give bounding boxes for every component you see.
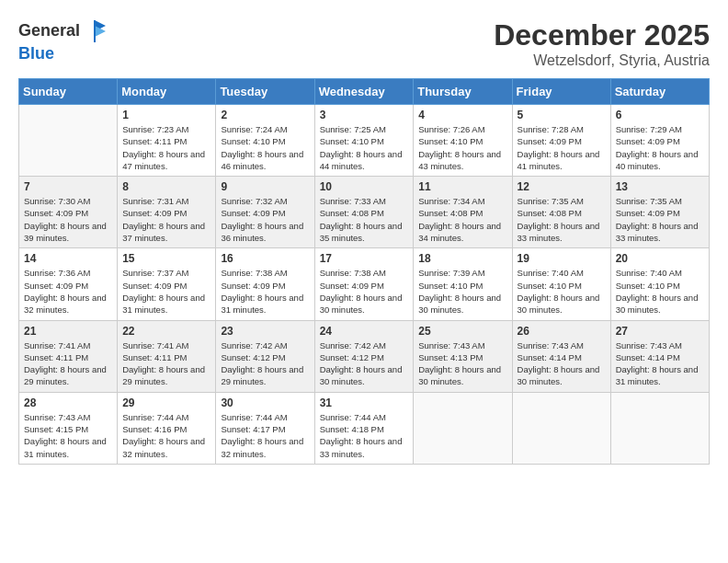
day-number: 18 <box>418 252 506 265</box>
calendar-header-row: SundayMondayTuesdayWednesdayThursdayFrid… <box>19 79 710 105</box>
month-title: December 2025 <box>494 18 710 52</box>
day-info: Sunrise: 7:24 AMSunset: 4:10 PMDaylight:… <box>221 123 309 172</box>
day-number: 9 <box>221 180 309 193</box>
day-info: Sunrise: 7:33 AMSunset: 4:08 PMDaylight:… <box>320 195 409 244</box>
calendar-week-row: 14Sunrise: 7:36 AMSunset: 4:09 PMDayligh… <box>19 248 710 320</box>
calendar-cell: 9Sunrise: 7:32 AMSunset: 4:09 PMDaylight… <box>216 177 314 248</box>
day-number: 26 <box>518 325 606 338</box>
day-info: Sunrise: 7:35 AMSunset: 4:09 PMDaylight:… <box>616 195 704 244</box>
day-number: 23 <box>221 325 309 338</box>
day-info: Sunrise: 7:36 AMSunset: 4:09 PMDaylight:… <box>24 267 112 316</box>
calendar-cell: 20Sunrise: 7:40 AMSunset: 4:10 PMDayligh… <box>610 248 709 320</box>
calendar-cell: 11Sunrise: 7:34 AMSunset: 4:08 PMDayligh… <box>414 177 512 248</box>
day-info: Sunrise: 7:40 AMSunset: 4:10 PMDaylight:… <box>518 267 606 316</box>
page-header: General Blue December 2025 Wetzelsdorf, … <box>18 18 710 69</box>
day-number: 31 <box>320 396 409 409</box>
day-number: 25 <box>418 325 506 338</box>
calendar-cell: 3Sunrise: 7:25 AMSunset: 4:10 PMDaylight… <box>314 105 414 177</box>
day-info: Sunrise: 7:25 AMSunset: 4:10 PMDaylight:… <box>320 123 409 172</box>
day-number: 3 <box>320 109 409 121</box>
day-info: Sunrise: 7:44 AMSunset: 4:18 PMDaylight:… <box>320 411 409 460</box>
day-number: 7 <box>24 180 112 193</box>
calendar-cell <box>610 392 709 464</box>
calendar-cell: 19Sunrise: 7:40 AMSunset: 4:10 PMDayligh… <box>512 248 610 320</box>
day-number: 1 <box>122 109 210 121</box>
calendar-cell: 28Sunrise: 7:43 AMSunset: 4:15 PMDayligh… <box>19 392 118 464</box>
calendar-cell: 29Sunrise: 7:44 AMSunset: 4:16 PMDayligh… <box>118 392 216 464</box>
calendar-cell: 4Sunrise: 7:26 AMSunset: 4:10 PMDaylight… <box>414 105 512 177</box>
day-number: 11 <box>418 180 506 193</box>
day-number: 20 <box>616 252 704 265</box>
col-header-monday: Monday <box>118 79 216 105</box>
day-info: Sunrise: 7:37 AMSunset: 4:09 PMDaylight:… <box>122 267 210 316</box>
calendar-cell: 31Sunrise: 7:44 AMSunset: 4:18 PMDayligh… <box>314 392 414 464</box>
col-header-saturday: Saturday <box>610 79 709 105</box>
day-number: 28 <box>24 396 112 409</box>
day-info: Sunrise: 7:26 AMSunset: 4:10 PMDaylight:… <box>418 123 506 172</box>
day-info: Sunrise: 7:41 AMSunset: 4:11 PMDaylight:… <box>122 339 210 388</box>
day-number: 2 <box>221 109 309 121</box>
col-header-wednesday: Wednesday <box>314 79 414 105</box>
day-info: Sunrise: 7:43 AMSunset: 4:13 PMDaylight:… <box>418 339 506 388</box>
calendar-cell <box>19 105 118 177</box>
calendar-cell <box>414 392 512 464</box>
day-number: 16 <box>221 252 309 265</box>
title-block: December 2025 Wetzelsdorf, Styria, Austr… <box>494 18 710 69</box>
day-info: Sunrise: 7:44 AMSunset: 4:17 PMDaylight:… <box>221 411 309 460</box>
day-info: Sunrise: 7:39 AMSunset: 4:10 PMDaylight:… <box>418 267 506 316</box>
calendar-cell <box>512 392 610 464</box>
day-number: 10 <box>320 180 409 193</box>
calendar-cell: 5Sunrise: 7:28 AMSunset: 4:09 PMDaylight… <box>512 105 610 177</box>
logo: General Blue <box>18 18 108 64</box>
calendar-cell: 21Sunrise: 7:41 AMSunset: 4:11 PMDayligh… <box>19 320 118 392</box>
calendar-cell: 30Sunrise: 7:44 AMSunset: 4:17 PMDayligh… <box>216 392 314 464</box>
day-info: Sunrise: 7:35 AMSunset: 4:08 PMDaylight:… <box>518 195 606 244</box>
day-number: 14 <box>24 252 112 265</box>
day-number: 4 <box>418 109 506 121</box>
day-number: 15 <box>122 252 210 265</box>
day-info: Sunrise: 7:32 AMSunset: 4:09 PMDaylight:… <box>221 195 309 244</box>
logo-flag-icon <box>82 18 108 44</box>
location: Wetzelsdorf, Styria, Austria <box>494 52 710 69</box>
logo-blue: Blue <box>18 44 54 64</box>
calendar-cell: 26Sunrise: 7:43 AMSunset: 4:14 PMDayligh… <box>512 320 610 392</box>
day-info: Sunrise: 7:29 AMSunset: 4:09 PMDaylight:… <box>616 123 704 172</box>
calendar-cell: 2Sunrise: 7:24 AMSunset: 4:10 PMDaylight… <box>216 105 314 177</box>
day-info: Sunrise: 7:38 AMSunset: 4:09 PMDaylight:… <box>320 267 409 316</box>
day-number: 13 <box>616 180 704 193</box>
calendar-table: SundayMondayTuesdayWednesdayThursdayFrid… <box>18 78 710 465</box>
day-number: 21 <box>24 325 112 338</box>
calendar-week-row: 7Sunrise: 7:30 AMSunset: 4:09 PMDaylight… <box>19 177 710 248</box>
day-number: 22 <box>122 325 210 338</box>
day-number: 17 <box>320 252 409 265</box>
day-number: 19 <box>518 252 606 265</box>
calendar-cell: 24Sunrise: 7:42 AMSunset: 4:12 PMDayligh… <box>314 320 414 392</box>
day-number: 29 <box>122 396 210 409</box>
day-info: Sunrise: 7:40 AMSunset: 4:10 PMDaylight:… <box>616 267 704 316</box>
calendar-cell: 27Sunrise: 7:43 AMSunset: 4:14 PMDayligh… <box>610 320 709 392</box>
day-number: 6 <box>616 109 704 121</box>
calendar-cell: 17Sunrise: 7:38 AMSunset: 4:09 PMDayligh… <box>314 248 414 320</box>
calendar-cell: 12Sunrise: 7:35 AMSunset: 4:08 PMDayligh… <box>512 177 610 248</box>
day-number: 12 <box>518 180 606 193</box>
calendar-cell: 15Sunrise: 7:37 AMSunset: 4:09 PMDayligh… <box>118 248 216 320</box>
day-info: Sunrise: 7:43 AMSunset: 4:15 PMDaylight:… <box>24 411 112 460</box>
calendar-cell: 18Sunrise: 7:39 AMSunset: 4:10 PMDayligh… <box>414 248 512 320</box>
calendar-cell: 22Sunrise: 7:41 AMSunset: 4:11 PMDayligh… <box>118 320 216 392</box>
calendar-cell: 25Sunrise: 7:43 AMSunset: 4:13 PMDayligh… <box>414 320 512 392</box>
day-info: Sunrise: 7:42 AMSunset: 4:12 PMDaylight:… <box>221 339 309 388</box>
logo-general: General <box>18 21 80 40</box>
day-info: Sunrise: 7:31 AMSunset: 4:09 PMDaylight:… <box>122 195 210 244</box>
col-header-thursday: Thursday <box>414 79 512 105</box>
col-header-friday: Friday <box>512 79 610 105</box>
calendar-cell: 13Sunrise: 7:35 AMSunset: 4:09 PMDayligh… <box>610 177 709 248</box>
calendar-week-row: 21Sunrise: 7:41 AMSunset: 4:11 PMDayligh… <box>19 320 710 392</box>
day-number: 24 <box>320 325 409 338</box>
day-number: 30 <box>221 396 309 409</box>
day-number: 5 <box>518 109 606 121</box>
day-info: Sunrise: 7:38 AMSunset: 4:09 PMDaylight:… <box>221 267 309 316</box>
day-info: Sunrise: 7:34 AMSunset: 4:08 PMDaylight:… <box>418 195 506 244</box>
day-info: Sunrise: 7:23 AMSunset: 4:11 PMDaylight:… <box>122 123 210 172</box>
day-info: Sunrise: 7:42 AMSunset: 4:12 PMDaylight:… <box>320 339 409 388</box>
calendar-cell: 7Sunrise: 7:30 AMSunset: 4:09 PMDaylight… <box>19 177 118 248</box>
